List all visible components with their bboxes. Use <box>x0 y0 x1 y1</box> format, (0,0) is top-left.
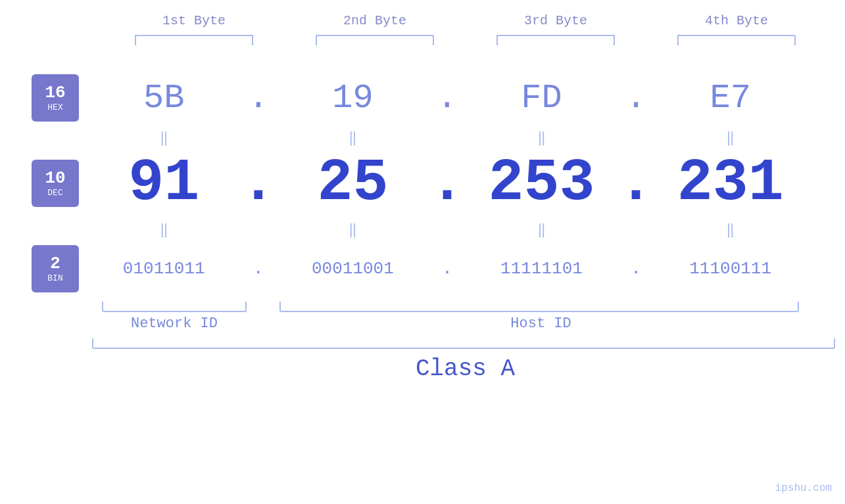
host-bracket <box>279 302 799 312</box>
bin-badge: 2 BIN <box>32 245 79 292</box>
class-label-container: Class A <box>85 355 845 382</box>
bin-dot2: . <box>431 259 464 279</box>
hex-dot2: . <box>431 79 464 118</box>
content-section: 16 HEX 10 DEC 2 BIN <box>0 65 845 295</box>
bottom-bracket-section: Network ID Host ID <box>0 302 845 332</box>
bin-byte3: 11111101 <box>476 259 608 279</box>
hex-byte3: FD <box>476 79 608 118</box>
dec-dot2: . <box>431 150 464 217</box>
bin-byte2: 00011001 <box>287 259 418 279</box>
data-rows: 5B . 19 . FD . E7 <box>85 65 845 295</box>
bracket-byte2 <box>316 35 434 45</box>
watermark: ipshu.com <box>775 482 832 494</box>
dec-byte2: 25 <box>287 150 418 217</box>
equals-row-2: ‖ ‖ ‖ ‖ <box>85 216 809 242</box>
bottom-labels-area: Network ID Host ID <box>85 302 845 332</box>
bin-byte1: 01011011 <box>98 259 229 279</box>
dec-dot1: . <box>242 150 275 217</box>
dec-badge: 10 DEC <box>32 160 79 207</box>
network-id-label: Network ID <box>102 315 247 332</box>
class-bracket-section <box>0 338 845 349</box>
equals-row-1: ‖ ‖ ‖ ‖ <box>85 124 809 150</box>
top-brackets <box>104 35 827 45</box>
class-bracket <box>92 338 835 349</box>
bracket-byte3 <box>496 35 615 45</box>
hex-byte4: E7 <box>665 79 796 118</box>
bracket-byte1 <box>135 35 253 45</box>
hex-dot1: . <box>242 79 275 118</box>
base-badges: 16 HEX 10 DEC 2 BIN <box>0 65 85 295</box>
bracket-byte4 <box>677 35 796 45</box>
bin-row: 01011011 . 00011001 . 11111101 . <box>85 242 809 295</box>
hex-dot3: . <box>619 79 652 118</box>
bottom-brackets-row <box>85 302 809 312</box>
bin-dot3: . <box>619 259 652 279</box>
full-bracket-wrapper <box>85 338 845 349</box>
host-id-label: Host ID <box>279 315 802 332</box>
hex-byte1: 5B <box>98 79 229 118</box>
hex-row: 5B . 19 . FD . E7 <box>85 72 809 124</box>
id-labels: Network ID Host ID <box>85 315 809 332</box>
class-label-row: Class A <box>0 355 845 382</box>
hex-byte2: 19 <box>287 79 418 118</box>
bin-dot1: . <box>242 259 275 279</box>
bin-byte4: 11100111 <box>665 259 796 279</box>
dec-dot3: . <box>619 150 652 217</box>
byte4-header: 4th Byte <box>671 13 802 28</box>
byte1-header: 1st Byte <box>128 13 260 28</box>
hex-badge: 16 HEX <box>32 74 79 122</box>
byte3-header: 3rd Byte <box>490 13 621 28</box>
byte2-header: 2nd Byte <box>309 13 441 28</box>
byte-headers: 1st Byte 2nd Byte 3rd Byte 4th Byte <box>104 13 827 28</box>
dec-byte3: 253 <box>476 150 608 217</box>
class-label: Class A <box>416 355 515 382</box>
dec-row: 91 . 25 . 253 . 231 <box>85 150 809 216</box>
dec-byte1: 91 <box>98 150 229 217</box>
main-container: 1st Byte 2nd Byte 3rd Byte 4th Byte 16 H… <box>0 0 845 504</box>
dec-byte4: 231 <box>665 150 796 217</box>
network-bracket <box>102 302 247 312</box>
